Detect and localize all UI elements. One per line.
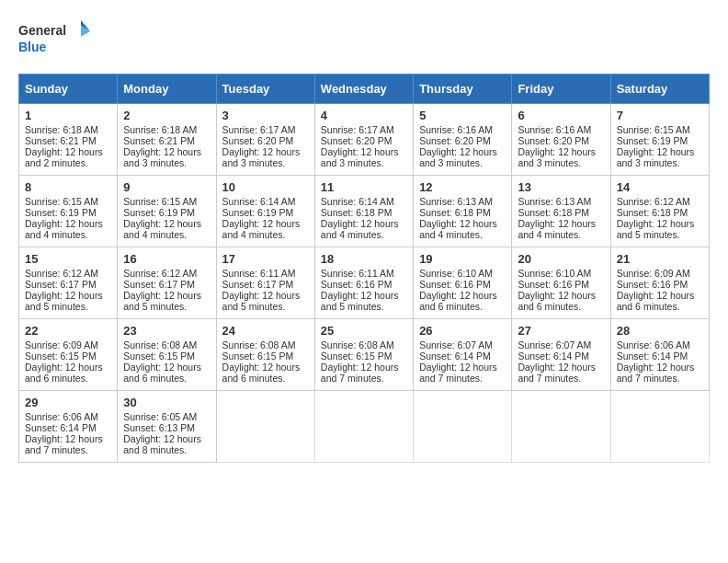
day-number: 29 — [25, 396, 111, 409]
daylight: Daylight: 12 hours and 5 minutes. — [222, 290, 301, 312]
daylight: Daylight: 12 hours and 4 minutes. — [419, 218, 497, 240]
column-header-thursday: Thursday — [414, 75, 512, 104]
calendar-cell: 30Sunrise: 6:05 AMSunset: 6:13 PMDayligh… — [118, 391, 216, 463]
sunset: Sunset: 6:20 PM — [419, 135, 491, 146]
calendar-cell — [512, 391, 610, 463]
column-header-saturday: Saturday — [610, 75, 709, 104]
calendar-cell: 23Sunrise: 6:08 AMSunset: 6:15 PMDayligh… — [118, 319, 216, 391]
sunrise: Sunrise: 6:13 AM — [518, 196, 591, 207]
daylight: Daylight: 12 hours and 4 minutes. — [518, 218, 596, 240]
calendar-cell: 19Sunrise: 6:10 AMSunset: 6:16 PMDayligh… — [414, 247, 512, 319]
daylight: Daylight: 12 hours and 7 minutes. — [419, 362, 497, 384]
calendar-cell: 22Sunrise: 6:09 AMSunset: 6:15 PMDayligh… — [19, 319, 118, 391]
day-number: 15 — [25, 252, 111, 266]
day-number: 11 — [321, 180, 407, 194]
day-number: 25 — [321, 324, 407, 338]
day-number: 19 — [419, 252, 506, 266]
sunrise: Sunrise: 6:16 AM — [518, 124, 591, 135]
day-number: 24 — [222, 324, 309, 338]
calendar-cell: 4Sunrise: 6:17 AMSunset: 6:20 PMDaylight… — [314, 104, 413, 176]
calendar-cell: 29Sunrise: 6:06 AMSunset: 6:14 PMDayligh… — [19, 391, 118, 463]
day-number: 7 — [617, 109, 703, 122]
day-number: 3 — [222, 109, 309, 122]
day-number: 30 — [123, 396, 210, 409]
column-header-friday: Friday — [512, 75, 610, 104]
day-number: 21 — [617, 252, 703, 266]
sunset: Sunset: 6:19 PM — [123, 207, 195, 218]
daylight: Daylight: 12 hours and 6 minutes. — [617, 290, 695, 312]
column-header-tuesday: Tuesday — [216, 75, 314, 104]
daylight: Daylight: 12 hours and 3 minutes. — [222, 146, 301, 168]
column-header-wednesday: Wednesday — [314, 75, 413, 104]
calendar-header: SundayMondayTuesdayWednesdayThursdayFrid… — [19, 75, 710, 104]
daylight: Daylight: 12 hours and 6 minutes. — [518, 290, 596, 312]
sunrise: Sunrise: 6:07 AM — [518, 339, 591, 350]
calendar-cell: 5Sunrise: 6:16 AMSunset: 6:20 PMDaylight… — [414, 104, 512, 176]
sunset: Sunset: 6:15 PM — [123, 350, 195, 362]
daylight: Daylight: 12 hours and 3 minutes. — [419, 146, 497, 168]
daylight: Daylight: 12 hours and 4 minutes. — [321, 218, 399, 240]
sunset: Sunset: 6:19 PM — [222, 207, 294, 218]
daylight: Daylight: 12 hours and 8 minutes. — [123, 433, 201, 455]
day-number: 1 — [25, 109, 111, 122]
calendar-cell — [216, 391, 314, 463]
calendar-cell: 28Sunrise: 6:06 AMSunset: 6:14 PMDayligh… — [610, 319, 709, 391]
day-number: 10 — [222, 180, 309, 194]
sunset: Sunset: 6:14 PM — [617, 350, 688, 362]
day-number: 27 — [518, 324, 604, 338]
calendar-cell: 1Sunrise: 6:18 AMSunset: 6:21 PMDaylight… — [19, 104, 118, 176]
svg-text:Blue: Blue — [18, 40, 47, 54]
calendar-cell: 25Sunrise: 6:08 AMSunset: 6:15 PMDayligh… — [314, 319, 413, 391]
calendar-week-4: 22Sunrise: 6:09 AMSunset: 6:15 PMDayligh… — [19, 319, 710, 391]
sunrise: Sunrise: 6:09 AM — [617, 268, 690, 279]
day-number: 26 — [419, 324, 506, 338]
day-number: 2 — [123, 109, 210, 122]
calendar-cell: 16Sunrise: 6:12 AMSunset: 6:17 PMDayligh… — [118, 247, 216, 319]
logo-svg: General Blue — [18, 18, 92, 59]
day-number: 13 — [518, 180, 604, 194]
calendar-cell: 10Sunrise: 6:14 AMSunset: 6:19 PMDayligh… — [216, 176, 314, 247]
day-number: 5 — [419, 109, 506, 122]
daylight: Daylight: 12 hours and 3 minutes. — [617, 146, 695, 168]
calendar-cell: 9Sunrise: 6:15 AMSunset: 6:19 PMDaylight… — [118, 176, 216, 247]
calendar-cell: 17Sunrise: 6:11 AMSunset: 6:17 PMDayligh… — [216, 247, 314, 319]
sunrise: Sunrise: 6:16 AM — [419, 124, 493, 135]
day-number: 23 — [123, 324, 210, 338]
sunrise: Sunrise: 6:15 AM — [617, 124, 690, 135]
calendar-cell: 7Sunrise: 6:15 AMSunset: 6:19 PMDaylight… — [610, 104, 709, 176]
sunrise: Sunrise: 6:18 AM — [123, 124, 197, 135]
daylight: Daylight: 12 hours and 5 minutes. — [25, 290, 103, 312]
svg-text:General: General — [18, 23, 66, 38]
calendar-cell: 18Sunrise: 6:11 AMSunset: 6:16 PMDayligh… — [314, 247, 413, 319]
sunrise: Sunrise: 6:11 AM — [321, 268, 394, 279]
daylight: Daylight: 12 hours and 7 minutes. — [321, 362, 399, 384]
daylight: Daylight: 12 hours and 7 minutes. — [25, 433, 103, 455]
day-number: 9 — [123, 180, 210, 194]
sunrise: Sunrise: 6:09 AM — [25, 339, 98, 350]
calendar-week-2: 8Sunrise: 6:15 AMSunset: 6:19 PMDaylight… — [19, 176, 710, 247]
sunset: Sunset: 6:17 PM — [123, 279, 195, 290]
sunset: Sunset: 6:16 PM — [419, 279, 491, 290]
sunrise: Sunrise: 6:12 AM — [617, 196, 690, 207]
calendar-cell — [414, 391, 512, 463]
daylight: Daylight: 12 hours and 6 minutes. — [25, 362, 103, 384]
calendar-week-5: 29Sunrise: 6:06 AMSunset: 6:14 PMDayligh… — [19, 391, 710, 463]
daylight: Daylight: 12 hours and 3 minutes. — [321, 146, 399, 168]
day-number: 22 — [25, 324, 111, 338]
calendar-cell: 20Sunrise: 6:10 AMSunset: 6:16 PMDayligh… — [512, 247, 610, 319]
sunset: Sunset: 6:18 PM — [518, 207, 589, 218]
sunset: Sunset: 6:20 PM — [222, 135, 294, 146]
calendar-cell: 15Sunrise: 6:12 AMSunset: 6:17 PMDayligh… — [19, 247, 118, 319]
daylight: Daylight: 12 hours and 6 minutes. — [419, 290, 497, 312]
sunrise: Sunrise: 6:07 AM — [419, 339, 493, 350]
sunset: Sunset: 6:20 PM — [518, 135, 589, 146]
day-number: 6 — [518, 109, 604, 122]
calendar-cell: 27Sunrise: 6:07 AMSunset: 6:14 PMDayligh… — [512, 319, 610, 391]
daylight: Daylight: 12 hours and 5 minutes. — [123, 290, 201, 312]
sunset: Sunset: 6:19 PM — [617, 135, 688, 146]
sunset: Sunset: 6:17 PM — [222, 279, 294, 290]
day-number: 12 — [419, 180, 506, 194]
calendar-week-1: 1Sunrise: 6:18 AMSunset: 6:21 PMDaylight… — [19, 104, 710, 176]
sunrise: Sunrise: 6:10 AM — [419, 268, 493, 279]
sunrise: Sunrise: 6:06 AM — [617, 339, 690, 350]
